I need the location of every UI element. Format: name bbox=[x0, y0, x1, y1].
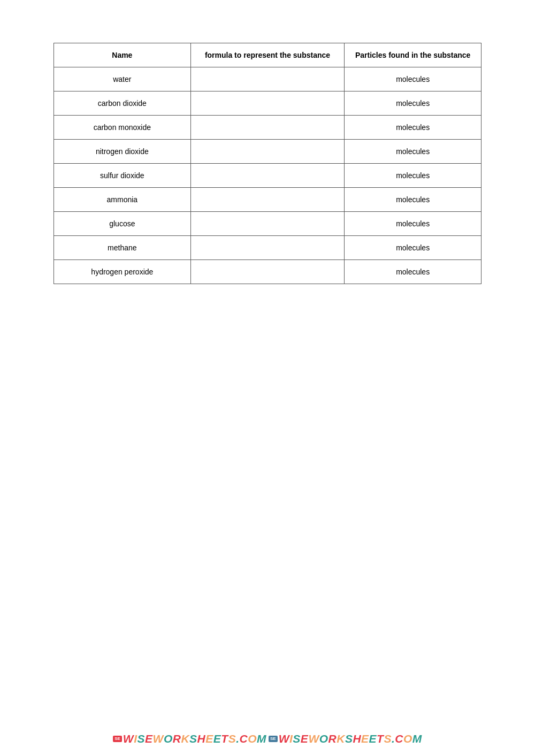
table-row: hydrogen peroxidemolecules bbox=[54, 260, 482, 284]
cell-name-6: glucose bbox=[54, 212, 191, 236]
cell-name-5: ammonia bbox=[54, 188, 191, 212]
table-row: nitrogen dioxidemolecules bbox=[54, 140, 482, 164]
footer-text-1: WISEWORKSHEETS.COM bbox=[123, 732, 266, 745]
table-row: sulfur dioxidemolecules bbox=[54, 164, 482, 188]
cell-particles-4: molecules bbox=[345, 164, 482, 188]
chemistry-table: Name formula to represent the substance … bbox=[54, 43, 482, 284]
cell-formula-2[interactable] bbox=[190, 116, 345, 140]
header-particles: Particles found in the substance bbox=[345, 43, 482, 67]
cell-particles-8: molecules bbox=[345, 260, 482, 284]
cell-name-4: sulfur dioxide bbox=[54, 164, 191, 188]
se-badge-1: SE bbox=[113, 736, 122, 742]
page-content: Name formula to represent the substance … bbox=[0, 0, 535, 348]
cell-name-8: hydrogen peroxide bbox=[54, 260, 191, 284]
table-header-row: Name formula to represent the substance … bbox=[54, 43, 482, 67]
cell-name-3: nitrogen dioxide bbox=[54, 140, 191, 164]
table-row: ammoniamolecules bbox=[54, 188, 482, 212]
table-row: carbon dioxidemolecules bbox=[54, 91, 482, 116]
table-row: glucosemolecules bbox=[54, 212, 482, 236]
footer: SE WISEWORKSHEETS.COM SE WISEWORKSHEETS.… bbox=[0, 732, 535, 745]
cell-formula-3[interactable] bbox=[190, 140, 345, 164]
cell-formula-5[interactable] bbox=[190, 188, 345, 212]
se-badge-2: SE bbox=[269, 736, 278, 742]
cell-name-0: water bbox=[54, 67, 191, 91]
cell-particles-2: molecules bbox=[345, 116, 482, 140]
table-row: carbon monoxidemolecules bbox=[54, 116, 482, 140]
cell-name-7: methane bbox=[54, 236, 191, 260]
cell-formula-4[interactable] bbox=[190, 164, 345, 188]
cell-particles-0: molecules bbox=[345, 67, 482, 91]
table-row: methanemolecules bbox=[54, 236, 482, 260]
cell-name-1: carbon dioxide bbox=[54, 91, 191, 116]
cell-name-2: carbon monoxide bbox=[54, 116, 191, 140]
footer-logo-2: SE WISEWORKSHEETS.COM bbox=[269, 732, 422, 745]
cell-particles-7: molecules bbox=[345, 236, 482, 260]
cell-formula-1[interactable] bbox=[190, 91, 345, 116]
cell-particles-5: molecules bbox=[345, 188, 482, 212]
footer-text-2: WISEWORKSHEETS.COM bbox=[279, 732, 422, 745]
header-formula: formula to represent the substance bbox=[190, 43, 345, 67]
cell-formula-7[interactable] bbox=[190, 236, 345, 260]
cell-formula-0[interactable] bbox=[190, 67, 345, 91]
footer-logo-1: SE WISEWORKSHEETS.COM bbox=[113, 732, 266, 745]
cell-particles-6: molecules bbox=[345, 212, 482, 236]
table-row: watermolecules bbox=[54, 67, 482, 91]
cell-formula-8[interactable] bbox=[190, 260, 345, 284]
header-name: Name bbox=[54, 43, 191, 67]
cell-formula-6[interactable] bbox=[190, 212, 345, 236]
cell-particles-1: molecules bbox=[345, 91, 482, 116]
cell-particles-3: molecules bbox=[345, 140, 482, 164]
